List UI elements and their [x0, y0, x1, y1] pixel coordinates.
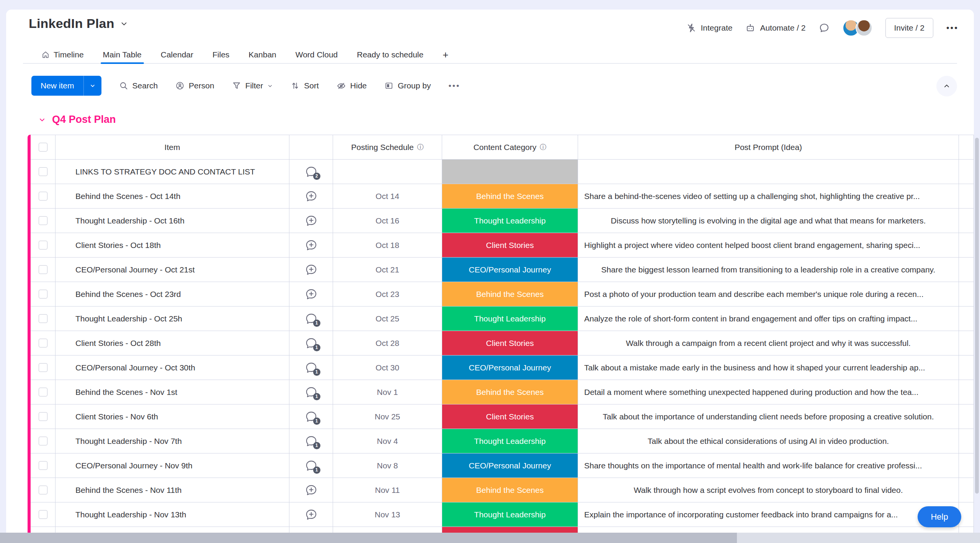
content-category-cell[interactable]: Thought Leadership	[442, 502, 578, 527]
row-checkbox-cell[interactable]	[31, 355, 56, 380]
collapse-header-button[interactable]	[936, 76, 957, 96]
post-prompt-cell[interactable]: Walk through how a script evolves from c…	[578, 478, 959, 502]
post-prompt-cell[interactable]: Share a behind-the-scenes video of setti…	[578, 184, 959, 208]
item-name-cell[interactable]: Thought Leadership - Oct 16th	[56, 209, 289, 233]
row-checkbox[interactable]	[39, 486, 47, 494]
tab-ready-to-schedule[interactable]: Ready to schedule	[357, 46, 423, 63]
conversation-cell[interactable]: 1	[289, 307, 333, 331]
post-prompt-cell[interactable]: Share the biggest lesson learned from tr…	[578, 258, 959, 282]
filter-button[interactable]: Filter	[232, 81, 273, 90]
content-category-cell[interactable]: Behind the Scenes	[442, 478, 578, 502]
table-row[interactable]: LINKS TO STRATEGY DOC AND CONTACT LIST2	[31, 160, 974, 184]
post-prompt-cell[interactable]: Highlight a project where video content …	[578, 233, 959, 257]
table-row[interactable]: Client Stories - Nov 6th1Nov 25Client St…	[31, 404, 974, 429]
posting-schedule-column-header[interactable]: Posting Scheduleⓘ	[333, 135, 442, 159]
conversation-icon[interactable]: 2	[305, 165, 318, 178]
add-conversation-icon[interactable]	[305, 508, 318, 521]
posting-schedule-cell[interactable]: Oct 23	[333, 282, 442, 306]
post-prompt-cell[interactable]: Detail a moment where something unexpect…	[578, 380, 959, 404]
conversation-cell[interactable]	[289, 502, 333, 527]
filter-chevron-icon[interactable]	[267, 83, 273, 89]
select-all-checkbox-cell[interactable]	[31, 135, 56, 159]
horizontal-scrollbar-thumb[interactable]	[0, 533, 737, 543]
item-name-cell[interactable]: Behind the Scenes - Oct 23rd	[56, 282, 289, 306]
row-checkbox[interactable]	[39, 339, 47, 347]
item-column-header[interactable]: Item	[56, 135, 289, 159]
invite-button[interactable]: Invite / 2	[885, 18, 933, 38]
item-name-cell[interactable]: LINKS TO STRATEGY DOC AND CONTACT LIST	[56, 160, 289, 184]
search-button[interactable]: Search	[119, 81, 158, 90]
content-category-cell[interactable]	[442, 160, 578, 184]
post-prompt-cell[interactable]: Talk about the importance of understandi…	[578, 404, 959, 429]
add-view-button[interactable]: +	[443, 46, 448, 63]
toolbar-more-menu[interactable]: •••	[448, 81, 460, 90]
item-name-cell[interactable]: CEO/Personal Journey - Nov 9th	[56, 453, 289, 478]
post-prompt-cell[interactable]: Walk through a campaign from a recent cl…	[578, 331, 959, 355]
row-checkbox[interactable]	[39, 363, 47, 372]
row-checkbox-cell[interactable]	[31, 233, 56, 257]
post-prompt-cell[interactable]: Talk about the ethical considerations of…	[578, 429, 959, 453]
conversation-cell[interactable]	[289, 527, 333, 533]
add-conversation-icon[interactable]	[305, 190, 318, 203]
item-name-cell[interactable]: Behind the Scenes - Nov 1st	[56, 380, 289, 404]
conversation-icon[interactable]: 1	[305, 386, 318, 399]
conversation-icon[interactable]: 1	[305, 410, 318, 423]
row-checkbox-cell[interactable]	[31, 307, 56, 331]
vertical-scrollbar-thumb[interactable]	[975, 138, 979, 494]
board-title-chevron-icon[interactable]	[120, 20, 128, 28]
group-by-button[interactable]: Group by	[384, 81, 431, 90]
content-category-cell[interactable]: Client Stories	[442, 527, 578, 533]
post-prompt-cell[interactable]: Analyze the role of short-form content i…	[578, 307, 959, 331]
info-icon[interactable]: ⓘ	[540, 143, 546, 152]
tab-main-table[interactable]: Main Table	[103, 46, 142, 63]
automate-button[interactable]: Automate / 2	[745, 23, 805, 33]
add-conversation-icon[interactable]	[305, 288, 318, 301]
integrate-button[interactable]: Integrate	[686, 23, 733, 33]
row-checkbox-cell[interactable]	[31, 429, 56, 453]
row-checkbox-cell[interactable]	[31, 380, 56, 404]
item-name-cell[interactable]: Client Stories - Nov 15th	[56, 527, 289, 533]
conversation-cell[interactable]: 1	[289, 331, 333, 355]
content-category-cell[interactable]: Client Stories	[442, 331, 578, 355]
teammate-avatar-2[interactable]	[856, 20, 872, 36]
table-row[interactable]: Thought Leadership - Nov 13thNov 13Thoug…	[31, 502, 974, 527]
posting-schedule-cell[interactable]: Oct 28	[333, 331, 442, 355]
board-more-menu[interactable]: •••	[946, 23, 959, 33]
row-checkbox[interactable]	[39, 461, 47, 470]
row-checkbox-cell[interactable]	[31, 258, 56, 282]
post-prompt-cell[interactable]	[578, 160, 959, 184]
post-prompt-cell[interactable]: Discuss how storytelling is evolving in …	[578, 209, 959, 233]
conversation-icon[interactable]: 1	[305, 459, 318, 472]
board-discussion-button[interactable]	[819, 23, 830, 33]
table-row[interactable]: Behind the Scenes - Oct 23rdOct 23Behind…	[31, 282, 974, 307]
item-name-cell[interactable]: Thought Leadership - Oct 25h	[56, 307, 289, 331]
item-name-cell[interactable]: CEO/Personal Journey - Oct 21st	[56, 258, 289, 282]
person-filter-button[interactable]: Person	[175, 81, 214, 90]
content-category-cell[interactable]: Behind the Scenes	[442, 184, 578, 208]
row-checkbox[interactable]	[39, 265, 47, 274]
horizontal-scrollbar-track[interactable]	[0, 533, 980, 543]
row-checkbox-cell[interactable]	[31, 282, 56, 306]
posting-schedule-cell[interactable]: Oct 30	[333, 355, 442, 380]
posting-schedule-cell[interactable]: Nov 13	[333, 502, 442, 527]
conversation-icon[interactable]: 1	[305, 312, 318, 325]
group-collapse-chevron-icon[interactable]	[38, 116, 46, 124]
row-checkbox[interactable]	[39, 290, 47, 298]
table-row[interactable]: CEO/Personal Journey - Oct 30th1Oct 30CE…	[31, 355, 974, 380]
table-row[interactable]: Behind the Scenes - Nov 11thNov 11Behind…	[31, 478, 974, 502]
row-checkbox[interactable]	[39, 216, 47, 225]
conversation-cell[interactable]	[289, 478, 333, 502]
conversation-icon[interactable]: 1	[305, 435, 318, 448]
table-row[interactable]: CEO/Personal Journey - Oct 21stOct 21CEO…	[31, 258, 974, 282]
content-category-cell[interactable]: Behind the Scenes	[442, 380, 578, 404]
table-row[interactable]: CEO/Personal Journey - Nov 9th1Nov 8CEO/…	[31, 453, 974, 478]
add-conversation-icon[interactable]	[305, 239, 318, 252]
row-checkbox-cell[interactable]	[31, 502, 56, 527]
add-conversation-icon[interactable]	[305, 214, 318, 227]
conversation-icon[interactable]: 1	[305, 361, 318, 374]
new-item-dropdown-chevron-icon[interactable]	[84, 76, 101, 96]
row-checkbox-cell[interactable]	[31, 453, 56, 478]
hide-button[interactable]: Hide	[336, 81, 367, 91]
conversation-cell[interactable]	[289, 258, 333, 282]
content-category-column-header[interactable]: Content Categoryⓘ	[442, 135, 578, 159]
